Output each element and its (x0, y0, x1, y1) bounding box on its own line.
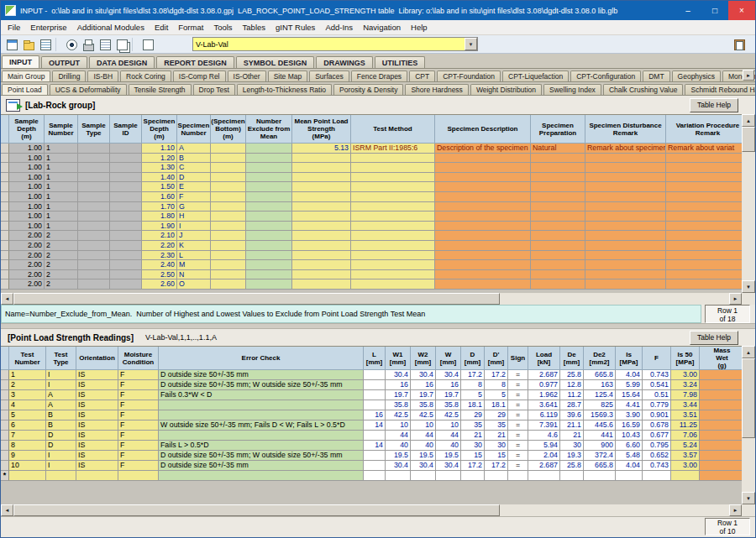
cell[interactable] (531, 260, 585, 270)
scroll-right-button[interactable]: ► (729, 504, 742, 516)
cell[interactable]: 35.8 (436, 400, 461, 410)
cell[interactable] (110, 251, 142, 261)
row-selector[interactable] (1, 154, 9, 164)
group-tab-surfaces[interactable]: Surfaces (309, 71, 349, 81)
cell[interactable] (435, 202, 531, 212)
cell[interactable]: 42.5 (411, 410, 436, 420)
cell[interactable] (351, 182, 435, 192)
cell[interactable]: 0.677 (643, 431, 671, 441)
cell[interactable]: ISRM Part II:1985:6 (351, 144, 435, 154)
cell[interactable]: D (46, 441, 76, 451)
cell[interactable]: 6.60 (616, 441, 643, 451)
cell[interactable] (78, 163, 110, 173)
cell[interactable]: 0.779 (643, 400, 671, 410)
cell[interactable] (435, 212, 531, 222)
cell[interactable] (435, 270, 531, 280)
cell[interactable] (292, 154, 351, 164)
cell[interactable] (485, 471, 508, 481)
scroll-down-button[interactable]: ▼ (742, 492, 755, 504)
cell[interactable] (666, 251, 742, 261)
table-tab-tensile-strength[interactable]: Tensile Strength (129, 84, 192, 95)
cell[interactable]: IS (76, 370, 118, 380)
cell[interactable] (246, 279, 292, 290)
cell[interactable] (46, 471, 76, 481)
cell[interactable] (246, 222, 292, 232)
cell[interactable] (700, 471, 742, 481)
cell[interactable]: F (177, 192, 211, 202)
copy-icon[interactable] (114, 38, 129, 51)
cell[interactable] (211, 144, 246, 154)
cell[interactable] (531, 279, 585, 290)
scroll-thumb[interactable] (742, 127, 755, 152)
cell[interactable] (531, 231, 585, 241)
table-tab-point-load[interactable]: Point Load (2, 84, 48, 95)
cell[interactable]: 10 (9, 461, 46, 471)
row-selector[interactable] (1, 410, 9, 420)
group-tab-is-comp-rel[interactable]: IS-Comp Rel (173, 71, 226, 81)
cell[interactable]: 2 (45, 231, 78, 241)
scroll-up-button[interactable]: ▲ (742, 346, 755, 358)
cell[interactable] (531, 251, 585, 261)
cell[interactable]: 1 (45, 163, 78, 173)
cell[interactable]: 16 (436, 380, 461, 390)
cell[interactable]: G (177, 202, 211, 212)
row-selector[interactable] (1, 380, 9, 390)
cell[interactable]: 21 (461, 431, 485, 441)
scroll-left-button[interactable]: ◄ (1, 293, 13, 305)
print-icon[interactable] (81, 38, 96, 51)
table-icon[interactable] (38, 38, 53, 51)
cell[interactable]: 30 (560, 441, 584, 451)
cell[interactable]: 0.743 (643, 370, 671, 380)
scroll-down-button[interactable]: ▼ (742, 280, 755, 293)
row-selector[interactable] (1, 390, 9, 400)
cell[interactable] (292, 173, 351, 183)
group-tab-cpt[interactable]: CPT (409, 71, 435, 81)
cell[interactable] (666, 279, 742, 290)
group-tab-fence-drapes[interactable]: Fence Drapes (351, 71, 407, 81)
cell[interactable]: 30.4 (411, 461, 436, 471)
cell[interactable]: 40 (436, 441, 461, 451)
cell[interactable]: 25.8 (560, 370, 584, 380)
cell[interactable] (110, 222, 142, 232)
cell[interactable]: I (46, 370, 76, 380)
cell[interactable] (246, 173, 292, 183)
cell[interactable]: 2.20 (142, 241, 177, 251)
combo-dropdown-icon[interactable]: ▼ (465, 38, 477, 50)
cell[interactable] (364, 471, 386, 481)
group-tab-drilling[interactable]: Drilling (52, 71, 86, 81)
cell[interactable] (211, 251, 246, 261)
point-id-combo[interactable]: V-Lab-Val ▼ (192, 37, 478, 51)
tab-symbol-design[interactable]: SYMBOL DESIGN (236, 56, 314, 68)
cell[interactable]: 1 (45, 222, 78, 232)
cell[interactable]: F (118, 461, 159, 471)
cell[interactable]: = (508, 380, 528, 390)
cell[interactable] (585, 222, 666, 232)
cell[interactable] (585, 173, 666, 183)
cell[interactable]: 44 (386, 431, 411, 441)
cell[interactable] (78, 212, 110, 222)
cell[interactable] (351, 251, 435, 261)
cell[interactable] (666, 241, 742, 251)
cell[interactable] (292, 202, 351, 212)
cell[interactable] (666, 212, 742, 222)
cell[interactable]: A (46, 400, 76, 410)
menu-gint-rules[interactable]: gINT Rules (270, 21, 320, 34)
group-tab-cpt-configuration[interactable]: CPT-Configuration (570, 71, 641, 81)
cell[interactable]: L (177, 251, 211, 261)
cell[interactable] (585, 270, 666, 280)
menu-add-ins[interactable]: Add-Ins (320, 21, 358, 34)
cell[interactable] (211, 231, 246, 241)
cell[interactable]: 1.00 (9, 173, 45, 183)
cell[interactable]: K (177, 241, 211, 251)
cell[interactable]: = (508, 390, 528, 400)
group-tab-site-map[interactable]: Site Map (268, 71, 308, 81)
cell[interactable]: 825 (584, 400, 616, 410)
cell[interactable]: 30.4 (411, 370, 436, 380)
cell[interactable] (666, 163, 742, 173)
close-button[interactable]: × (728, 1, 755, 20)
cell[interactable]: = (508, 451, 528, 461)
row-selector[interactable] (1, 420, 9, 431)
cell[interactable]: 44 (436, 431, 461, 441)
cell[interactable]: 29 (485, 410, 508, 420)
cell[interactable]: = (508, 420, 528, 431)
